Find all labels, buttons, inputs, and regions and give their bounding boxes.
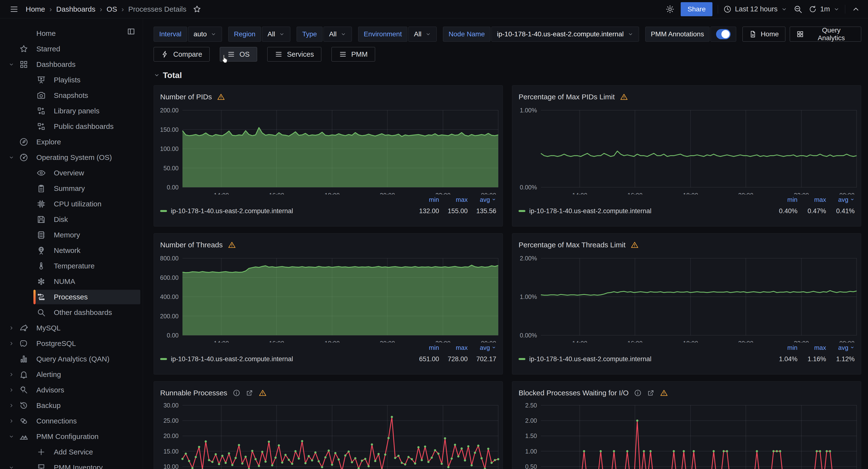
legend-header-max[interactable]: max [798,344,826,351]
sidebar-item-explore[interactable]: Explore [0,134,143,150]
sidebar-item-operating-system-os[interactable]: Operating System (OS) [0,150,143,165]
legend-header-min[interactable]: min [410,344,439,351]
panel-title[interactable]: Blocked Processes Waiting for I/O [519,389,628,397]
filter-value-dropdown[interactable]: All [323,27,352,42]
breadcrumb-item[interactable]: Dashboards [56,5,95,13]
sidebar-item-network[interactable]: Network [0,243,143,258]
sidebar-item-overview[interactable]: Overview [0,165,143,181]
panel-info-icon[interactable] [232,389,240,397]
chevron-right-icon[interactable] [4,403,19,408]
panel-external-link-icon[interactable] [246,389,253,397]
compare-link-button[interactable]: Compare [154,47,210,62]
chevron-right-icon[interactable] [4,341,19,346]
panel-title[interactable]: Number of Threads [160,241,223,249]
chart-plot-area[interactable]: 0.0050.00100.00150.00200.0014:0016:0018:… [154,103,503,194]
legend-header-avg[interactable]: avg [826,196,855,204]
legend-header-min[interactable]: min [410,196,439,204]
filter-value-dropdown[interactable]: All [262,27,290,42]
sidebar-item-public-dashboards[interactable]: Public dashboards [0,119,143,134]
panel-title[interactable]: Percentage of Max PIDs Limit [519,93,615,101]
refresh-picker[interactable]: 1m [809,5,840,13]
sidebar-item-mysql[interactable]: MySQL [0,320,143,336]
filter-value-dropdown[interactable]: All [408,27,437,42]
chevron-right-icon[interactable] [4,387,19,393]
sidebar-item-summary[interactable]: Summary [0,181,143,196]
sidebar-item-library-panels[interactable]: Library panels [0,103,143,119]
panel-title[interactable]: Percentage of Max Threads Limit [519,241,625,249]
sidebar-item-snapshots[interactable]: Snapshots [0,88,143,103]
sidebar-item-other-dashboards[interactable]: Other dashboards [0,305,143,320]
sidebar-item-numa[interactable]: NUMA [0,274,143,289]
legend-header-max[interactable]: max [439,196,468,204]
filter-value-dropdown[interactable]: ip-10-178-1-40.us-east-2.compute.interna… [491,27,639,42]
services-link-button[interactable]: Services [267,47,321,62]
panel-title[interactable]: Number of PIDs [160,93,212,101]
sidebar-item-connections[interactable]: Connections [0,413,143,429]
sidebar-item-backup[interactable]: Backup [0,398,143,413]
hamburger-menu-icon[interactable] [9,4,20,14]
legend-header-avg[interactable]: avg [826,344,855,351]
legend-series-name[interactable]: ip-10-178-1-40.us-east-2.compute.interna… [519,207,769,215]
panel-info-icon[interactable] [634,389,642,397]
chevron-down-icon[interactable] [4,155,19,160]
panel-title[interactable]: Runnable Processes [160,389,227,397]
sidebar-item-query-analytics-qan[interactable]: Query Analytics (QAN) [0,351,143,367]
query-analytics-button[interactable]: Query Analytics [790,27,861,42]
pmm-link-button[interactable]: PMM [332,47,375,62]
zoom-out-icon[interactable] [793,4,803,14]
home-button[interactable]: Home [742,27,785,42]
sidebar-item-cpu-utilization[interactable]: CPU utilization [0,196,143,212]
sidebar-item-memory[interactable]: Memory [0,227,143,243]
chevron-right-icon[interactable] [4,418,19,424]
chart-plot-area[interactable]: 0.00%1.00%14:0016:0018:0020:0022:0000:00 [512,103,861,194]
sidebar-item-processes[interactable]: Processes [0,289,143,305]
collapse-topbar-caret-icon[interactable] [850,4,861,14]
chart-plot-area[interactable]: 0.00%1.00%2.00%14:0016:0018:0020:0022:00… [512,251,861,343]
chevron-down-icon[interactable] [4,465,19,469]
legend-header-avg[interactable]: avg [468,344,496,351]
legend-header-max[interactable]: max [439,344,468,351]
panel-warning-icon[interactable] [631,241,639,249]
panel-warning-icon[interactable] [660,389,668,397]
legend-series-name[interactable]: ip-10-178-1-40.us-east-2.compute.interna… [519,355,769,363]
legend-header-min[interactable]: min [769,196,798,204]
chevron-down-icon[interactable] [4,434,19,439]
panel-warning-icon[interactable] [228,241,236,249]
sidebar-item-disk[interactable]: Disk [0,212,143,227]
sidebar-item-home[interactable]: Home [0,26,143,41]
share-button[interactable]: Share [681,2,712,16]
panel-external-link-icon[interactable] [647,389,655,397]
dashboard-settings-gear-icon[interactable] [665,4,675,14]
sidebar-item-postgresql[interactable]: PostgreSQL [0,336,143,351]
chevron-down-icon[interactable] [4,62,19,67]
panel-warning-icon[interactable] [259,389,267,397]
section-header-total[interactable]: Total [154,70,861,81]
pmm-annotations-toggle[interactable] [711,27,736,42]
breadcrumb-item[interactable]: Home [26,5,45,13]
time-range-picker[interactable]: Last 12 hours [723,5,787,13]
sidebar-item-pmm-configuration[interactable]: PMM Configuration [0,429,143,444]
chevron-right-icon[interactable] [4,372,19,377]
sidebar-item-advisors[interactable]: Advisors [0,382,143,398]
sidebar-item-playlists[interactable]: Playlists [0,72,143,88]
sidebar-item-dashboards[interactable]: Dashboards [0,57,143,72]
chart-plot-area[interactable]: 0.00200.00400.00600.00800.0014:0016:0018… [154,251,503,343]
chart-plot-area[interactable]: 5.0010.0015.0020.0025.0030.0014:0016:001… [154,399,503,469]
chevron-right-icon[interactable] [4,325,19,331]
breadcrumb-item[interactable]: OS [106,5,117,13]
filter-value-dropdown[interactable]: auto [188,27,222,42]
chart-plot-area[interactable]: 0.501.001.502.002.5014:0016:0018:0020:00… [512,399,861,469]
sidebar-item-temperature[interactable]: Temperature [0,258,143,274]
sidebar-item-starred[interactable]: Starred [0,41,143,57]
sidebar-item-pmm-inventory[interactable]: PMM Inventory [0,460,143,469]
legend-header-avg[interactable]: avg [468,196,496,204]
sidebar-item-add-service[interactable]: Add Service [0,444,143,460]
legend-series-name[interactable]: ip-10-178-1-40.us-east-2.compute.interna… [160,355,410,363]
sidebar-item-alerting[interactable]: Alerting [0,367,143,382]
panel-warning-icon[interactable] [217,93,225,101]
panel-warning-icon[interactable] [620,93,628,101]
favorite-star-icon[interactable] [193,4,202,14]
legend-series-name[interactable]: ip-10-178-1-40.us-east-2.compute.interna… [160,207,410,215]
legend-header-max[interactable]: max [798,196,826,204]
legend-header-min[interactable]: min [769,344,798,351]
